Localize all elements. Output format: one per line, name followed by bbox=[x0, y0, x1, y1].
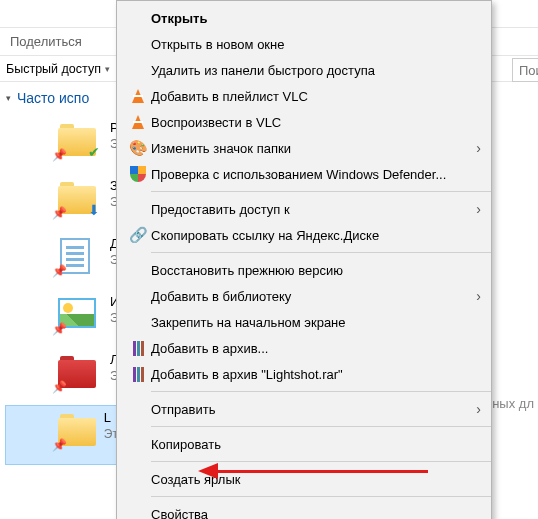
vlc-icon bbox=[132, 115, 144, 129]
ctx-copy[interactable]: Копировать bbox=[117, 431, 491, 457]
share-button[interactable]: Поделиться bbox=[0, 29, 92, 54]
pin-icon: 📌 bbox=[52, 438, 67, 452]
chevron-right-icon: › bbox=[476, 201, 481, 217]
ctx-remove-quick-access[interactable]: Удалить из панели быстрого доступа bbox=[117, 57, 491, 83]
chevron-down-icon: ▾ bbox=[6, 93, 11, 103]
search-input[interactable]: Пои bbox=[512, 58, 538, 82]
ctx-restore-version[interactable]: Восстановить прежнюю версию bbox=[117, 257, 491, 283]
chevron-right-icon: › bbox=[476, 401, 481, 417]
shield-icon bbox=[130, 166, 146, 182]
pin-icon: 📌 bbox=[52, 206, 67, 220]
separator bbox=[151, 496, 491, 497]
ctx-send-to[interactable]: Отправить› bbox=[117, 396, 491, 422]
ctx-properties[interactable]: Свойства bbox=[117, 501, 491, 519]
vlc-icon bbox=[132, 89, 144, 103]
separator bbox=[151, 426, 491, 427]
ctx-add-to-archive[interactable]: Добавить в архив... bbox=[117, 335, 491, 361]
ctx-add-to-named-archive[interactable]: Добавить в архив "Lightshot.rar" bbox=[117, 361, 491, 387]
breadcrumb-label: Быстрый доступ bbox=[6, 62, 101, 76]
separator bbox=[151, 252, 491, 253]
ctx-create-shortcut[interactable]: Создать ярлык bbox=[117, 466, 491, 492]
pin-icon: 📌 bbox=[52, 380, 67, 394]
paint-icon: 🎨 bbox=[125, 139, 151, 157]
ctx-add-to-library[interactable]: Добавить в библиотеку› bbox=[117, 283, 491, 309]
pin-icon: 📌 bbox=[52, 264, 67, 278]
chevron-right-icon: › bbox=[476, 140, 481, 156]
winrar-icon bbox=[133, 341, 144, 356]
chevron-right-icon: › bbox=[476, 288, 481, 304]
pin-icon: 📌 bbox=[52, 148, 67, 162]
ctx-pin-start[interactable]: Закрепить на начальном экране bbox=[117, 309, 491, 335]
winrar-icon bbox=[133, 367, 144, 382]
tree-group-label: Часто испо bbox=[17, 90, 89, 106]
ctx-change-folder-icon[interactable]: 🎨Изменить значок папки› bbox=[117, 135, 491, 161]
ctx-windows-defender[interactable]: Проверка с использованием Windows Defend… bbox=[117, 161, 491, 187]
link-icon: 🔗 bbox=[125, 226, 151, 244]
separator bbox=[151, 391, 491, 392]
separator bbox=[151, 461, 491, 462]
pin-icon: 📌 bbox=[52, 322, 67, 336]
sync-ok-icon: ✔ bbox=[83, 141, 105, 163]
ctx-give-access[interactable]: Предоставить доступ к› bbox=[117, 196, 491, 222]
separator bbox=[151, 191, 491, 192]
context-menu: Открыть Открыть в новом окне Удалить из … bbox=[116, 0, 492, 519]
download-icon: ⬇ bbox=[83, 199, 105, 221]
ctx-yandex-link[interactable]: 🔗Скопировать ссылку на Яндекс.Диске bbox=[117, 222, 491, 248]
truncated-text: нных дл bbox=[485, 396, 534, 411]
ctx-open-new-window[interactable]: Открыть в новом окне bbox=[117, 31, 491, 57]
ctx-open[interactable]: Открыть bbox=[117, 5, 491, 31]
ctx-vlc-play[interactable]: Воспроизвести в VLC bbox=[117, 109, 491, 135]
ctx-vlc-add-playlist[interactable]: Добавить в плейлист VLC bbox=[117, 83, 491, 109]
chevron-down-icon: ▾ bbox=[105, 64, 110, 74]
